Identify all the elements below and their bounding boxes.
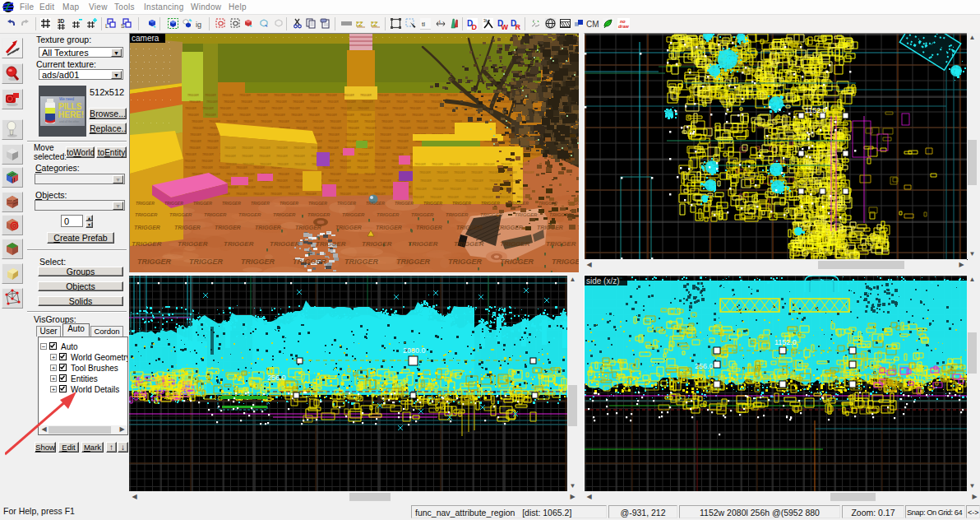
svg-text:TRIGGER: TRIGGER <box>253 166 266 169</box>
svg-text:TRIGGER: TRIGGER <box>193 201 212 206</box>
svg-text:and all the other: and all the other <box>59 120 80 123</box>
svg-text:TRIGGER: TRIGGER <box>347 173 359 176</box>
svg-text:TRIGGER: TRIGGER <box>396 258 431 266</box>
svg-text:TRIGGER: TRIGGER <box>412 114 424 117</box>
svg-text:TRIGGER: TRIGGER <box>415 188 428 191</box>
svg-text:TRIGGER: TRIGGER <box>360 114 372 117</box>
svg-text:TRIGGER: TRIGGER <box>483 163 496 166</box>
svg-text:TRIGGER: TRIGGER <box>243 173 256 176</box>
svg-text:TRIGGER: TRIGGER <box>189 146 201 150</box>
svg-text:TRIGGER: TRIGGER <box>515 212 538 217</box>
svg-text:TRIGGER: TRIGGER <box>224 240 254 248</box>
svg-text:W: W <box>502 23 509 30</box>
svg-text:TRIGGER: TRIGGER <box>577 225 579 230</box>
svg-text:TRIGGER: TRIGGER <box>201 166 214 169</box>
svg-text:TRIGGER: TRIGGER <box>243 120 256 123</box>
svg-text:3D: 3D <box>58 18 65 24</box>
svg-text:TRIGGER: TRIGGER <box>408 240 438 248</box>
svg-text:TRIGGER: TRIGGER <box>365 127 377 130</box>
svg-text:TRIGGER: TRIGGER <box>343 94 355 97</box>
svg-text:TRIGGER: TRIGGER <box>190 133 202 137</box>
svg-text:TRIGGER: TRIGGER <box>345 140 358 143</box>
svg-text:TRIGGER: TRIGGER <box>500 258 534 266</box>
svg-text:TRIGGER: TRIGGER <box>202 153 215 156</box>
svg-text:TRIGGER: TRIGGER <box>224 146 237 150</box>
svg-text:TRIGGER: TRIGGER <box>295 120 307 123</box>
svg-text:TRIGGER: TRIGGER <box>420 179 432 183</box>
svg-text:TRIGGER: TRIGGER <box>239 94 252 97</box>
svg-text:TRIGGER: TRIGGER <box>380 140 392 143</box>
svg-text:TRIGGER: TRIGGER <box>395 94 407 97</box>
svg-text:TRIGGER: TRIGGER <box>395 201 414 206</box>
svg-text:TRIGGER: TRIGGER <box>416 225 442 230</box>
svg-text:TRIGGER: TRIGGER <box>169 212 192 217</box>
svg-text:TRIGGER: TRIGGER <box>363 179 375 183</box>
svg-text:TRIGGER: TRIGGER <box>306 107 318 110</box>
svg-text:TRIGGER: TRIGGER <box>201 160 214 163</box>
svg-text:TRIGGER: TRIGGER <box>348 127 360 130</box>
svg-text:TRIGGER: TRIGGER <box>523 171 535 174</box>
svg-text:TRIGGER: TRIGGER <box>178 240 208 248</box>
svg-text:TRIGGER: TRIGGER <box>340 160 352 163</box>
svg-text:TRIGGER: TRIGGER <box>375 153 387 156</box>
svg-text:TRIGGER: TRIGGER <box>546 240 576 248</box>
svg-text:TRIGGER: TRIGGER <box>270 193 283 196</box>
svg-text:TRIGGER: TRIGGER <box>471 171 483 174</box>
svg-text:TRIGGER: TRIGGER <box>242 146 254 150</box>
svg-text:TRIGGER: TRIGGER <box>466 163 478 166</box>
svg-text:TRIGGER: TRIGGER <box>291 114 303 117</box>
svg-text:TRIGGER: TRIGGER <box>236 193 248 196</box>
svg-text:TRIGGER: TRIGGER <box>454 240 484 248</box>
svg-text:TRIGGER: TRIGGER <box>375 107 387 110</box>
svg-text:TRIGGER: TRIGGER <box>254 107 266 110</box>
svg-text:HERE!: HERE! <box>58 110 84 119</box>
svg-text:TRIGGER: TRIGGER <box>344 258 379 266</box>
svg-text:TRIGGER: TRIGGER <box>311 146 323 150</box>
svg-text:TRIGGER: TRIGGER <box>377 94 390 97</box>
svg-text:TRIGGER: TRIGGER <box>280 201 298 206</box>
svg-text:TRIGGER: TRIGGER <box>328 179 340 183</box>
svg-text:TRIGGER: TRIGGER <box>215 225 241 230</box>
svg-text:TRIGGER: TRIGGER <box>452 201 471 206</box>
svg-text:TRIGGER: TRIGGER <box>409 107 422 110</box>
svg-text:ig: ig <box>196 21 201 29</box>
svg-text:TRIGGER: TRIGGER <box>293 258 327 266</box>
svg-text:TRIGGER: TRIGGER <box>279 186 291 189</box>
svg-text:TRIGGER: TRIGGER <box>448 258 483 266</box>
svg-text:2080.0: 2080.0 <box>403 346 426 355</box>
svg-text:TRIGGER: TRIGGER <box>184 166 196 169</box>
svg-text:TRIGGER: TRIGGER <box>278 173 290 176</box>
svg-text:TRIGGER: TRIGGER <box>497 225 523 230</box>
svg-text:TRIGGER: TRIGGER <box>416 120 428 123</box>
svg-text:TRIGGER: TRIGGER <box>519 188 531 191</box>
svg-text:TRIGGER: TRIGGER <box>296 127 308 130</box>
svg-text:TRIGGER: TRIGGER <box>413 196 425 199</box>
svg-text:TRIGGER: TRIGGER <box>382 186 395 189</box>
svg-text:TRIGGER: TRIGGER <box>347 120 359 123</box>
svg-text:CM: CM <box>586 20 599 29</box>
svg-text:TRIGGER: TRIGGER <box>134 225 160 230</box>
svg-text:TRIGGER: TRIGGER <box>238 212 261 217</box>
svg-text:TRIGGER: TRIGGER <box>273 212 296 217</box>
svg-text:TRIGGER: TRIGGER <box>291 94 303 97</box>
svg-text:TRIGGER: TRIGGER <box>414 163 427 166</box>
svg-text:TRIGGER: TRIGGER <box>174 225 201 230</box>
svg-text:TRIGGER: TRIGGER <box>395 114 407 117</box>
svg-text:256.0: 256.0 <box>267 374 286 382</box>
svg-text:3b: 3b <box>483 19 488 23</box>
svg-text:TRIGGER: TRIGGER <box>465 196 477 199</box>
svg-text:TRIGGER: TRIGGER <box>437 179 450 183</box>
svg-text:TRIGGER: TRIGGER <box>295 225 321 230</box>
svg-text:TRIGGER: TRIGGER <box>307 212 331 217</box>
svg-text:TRIGGER: TRIGGER <box>357 193 369 196</box>
svg-text:draw: draw <box>618 24 630 29</box>
svg-text:TRIGGER: TRIGGER <box>224 155 237 158</box>
svg-text:TRIGGER: TRIGGER <box>377 114 390 117</box>
svg-text:TRIGGER: TRIGGER <box>377 212 400 217</box>
svg-text:TRIGGER: TRIGGER <box>366 201 385 206</box>
svg-text:TRIGGER: TRIGGER <box>381 120 394 123</box>
svg-text:TRIGGER: TRIGGER <box>362 240 392 248</box>
svg-text:TRIGGER: TRIGGER <box>450 188 462 191</box>
svg-text:TRIGGER: TRIGGER <box>184 160 196 163</box>
svg-text:TRIGGER: TRIGGER <box>506 171 518 174</box>
